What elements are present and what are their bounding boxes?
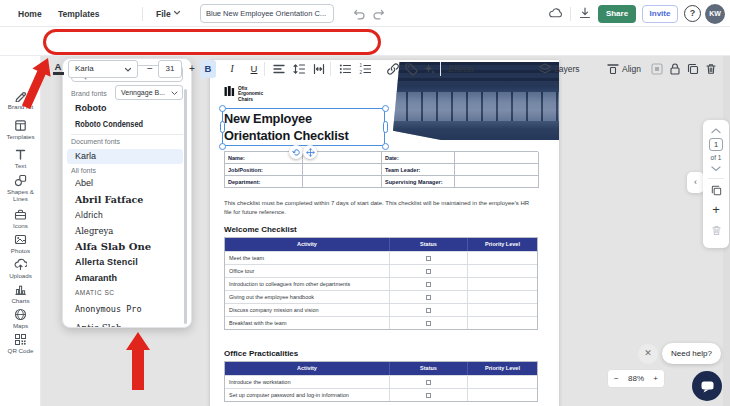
- table-row[interactable]: Office tour: [225, 264, 537, 277]
- duplicate-icon[interactable]: [686, 62, 700, 76]
- status-checkbox[interactable]: [426, 321, 431, 326]
- layers-button[interactable]: Layers: [554, 64, 580, 74]
- font-option-alfa-slab-one[interactable]: Alfa Slab One: [75, 241, 151, 252]
- employee-info-table[interactable]: Name: Date: Job/Position: Team Leader: D…: [224, 151, 538, 188]
- status-checkbox[interactable]: [426, 295, 431, 300]
- need-help-button[interactable]: Need help?: [662, 343, 721, 364]
- document-page[interactable]: Ofix Ergonomic Chairs New Employee Orien…: [210, 60, 559, 406]
- selection-handle-bottom-left[interactable]: [219, 143, 226, 150]
- info-value[interactable]: [455, 176, 539, 188]
- sidebar-item-uploads[interactable]: Uploads: [0, 258, 41, 280]
- undo-icon[interactable]: [352, 7, 366, 21]
- text-color-button[interactable]: A: [52, 61, 64, 75]
- italic-button[interactable]: I: [224, 60, 240, 78]
- font-option-antic-slab[interactable]: Antic Slab: [75, 323, 122, 328]
- font-size-increase[interactable]: +: [186, 60, 198, 78]
- text-align-icon[interactable]: [272, 62, 286, 76]
- font-size-decrease[interactable]: −: [144, 60, 156, 78]
- link-icon[interactable]: [386, 62, 400, 76]
- line-spacing-icon[interactable]: [292, 62, 306, 76]
- rotate-handle[interactable]: [289, 145, 303, 159]
- lock-icon[interactable]: [668, 62, 682, 76]
- status-checkbox[interactable]: [426, 269, 431, 274]
- info-label[interactable]: Job/Position:: [225, 164, 303, 176]
- sidebar-item-maps[interactable]: Maps: [0, 308, 41, 330]
- priority-cell[interactable]: [468, 252, 537, 264]
- practicalities-table[interactable]: Activity Status Priority Level Introduce…: [224, 361, 538, 402]
- font-option-allerta-stencil[interactable]: Allerta Stencil: [75, 257, 138, 267]
- move-handle[interactable]: [303, 145, 317, 159]
- table-row[interactable]: Giving out the employee handbook: [225, 290, 537, 303]
- intro-paragraph[interactable]: This checklist must be completed within …: [224, 199, 534, 216]
- font-option-roboto-condensed[interactable]: Roboto Condensed: [75, 119, 143, 129]
- redo-icon[interactable]: [372, 7, 386, 21]
- priority-cell[interactable]: [468, 317, 537, 329]
- cloud-sync-icon[interactable]: [548, 6, 562, 20]
- font-option-abril-fatface[interactable]: Abril Fatface: [75, 194, 143, 205]
- nav-home[interactable]: Home: [18, 9, 42, 19]
- sidebar-item-qr-code[interactable]: QR Code: [0, 333, 41, 355]
- position-icon[interactable]: [650, 62, 664, 76]
- font-option-karla-selected[interactable]: Karla: [67, 149, 183, 164]
- font-option-amaranth[interactable]: Amaranth: [75, 273, 117, 283]
- sidebar-item-shapes-lines[interactable]: Shapes & Lines: [0, 174, 41, 203]
- add-page-button[interactable]: +: [703, 202, 729, 217]
- font-option-amatic-sc[interactable]: AMATIC SC: [75, 289, 114, 296]
- chat-support-button[interactable]: [692, 371, 722, 401]
- table-row[interactable]: Introduce the workstation: [225, 375, 537, 388]
- priority-cell[interactable]: [468, 304, 537, 316]
- priority-cell[interactable]: [468, 278, 537, 290]
- sidebar-item-photos[interactable]: Photos: [0, 233, 41, 255]
- dismiss-help-button[interactable]: ✕: [638, 344, 658, 364]
- section-heading-welcome[interactable]: Welcome Checklist: [224, 225, 297, 234]
- letter-spacing-icon[interactable]: [312, 62, 326, 76]
- document-title[interactable]: New Employee Orientation Checklist: [224, 111, 349, 144]
- duplicate-page-icon[interactable]: [710, 184, 723, 197]
- current-page-box[interactable]: 1: [709, 138, 723, 151]
- help-button[interactable]: ?: [684, 5, 701, 22]
- status-checkbox[interactable]: [426, 282, 431, 287]
- info-value[interactable]: [455, 164, 539, 176]
- status-checkbox[interactable]: [426, 393, 431, 398]
- company-logo[interactable]: Ofix Ergonomic Chairs: [224, 86, 263, 102]
- welcome-checklist-table[interactable]: Activity Status Priority Level Meet the …: [224, 237, 538, 330]
- nav-templates[interactable]: Templates: [58, 9, 99, 19]
- numbered-list-icon[interactable]: 1 2: [358, 62, 372, 76]
- info-label[interactable]: Date:: [382, 152, 455, 164]
- brand-fonts-dropdown[interactable]: Venngage B...: [115, 85, 183, 100]
- sidebar-item-brand-kit[interactable]: Brand Kit: [0, 89, 41, 111]
- selection-handle-top-right[interactable]: [382, 105, 389, 112]
- font-option-roboto[interactable]: Roboto: [75, 103, 107, 113]
- selection-handle-top-left[interactable]: [219, 105, 226, 112]
- sidebar-item-text[interactable]: Text: [0, 148, 41, 170]
- priority-cell[interactable]: [468, 376, 537, 388]
- delete-page-icon[interactable]: [710, 224, 723, 237]
- zoom-in-button[interactable]: +: [653, 374, 658, 383]
- table-row[interactable]: Introduction to colleagues from other de…: [225, 277, 537, 290]
- bold-button[interactable]: B: [200, 60, 216, 78]
- table-row[interactable]: Discuss company mission and vision: [225, 303, 537, 316]
- align-icon[interactable]: [606, 62, 620, 76]
- font-option-aldrich[interactable]: Aldrich: [75, 210, 103, 220]
- font-option-alegreya[interactable]: Alegreya: [75, 226, 113, 236]
- sidebar-item-charts[interactable]: Charts: [0, 283, 41, 305]
- priority-cell[interactable]: [468, 265, 537, 277]
- effects-button[interactable]: Effects: [448, 64, 474, 74]
- info-label[interactable]: Supervising Manager:: [382, 176, 455, 188]
- table-row[interactable]: Meet the team: [225, 251, 537, 264]
- collapse-panel-button[interactable]: ‹: [687, 172, 704, 193]
- download-icon[interactable]: [578, 6, 592, 20]
- file-menu[interactable]: File: [156, 9, 181, 19]
- priority-cell[interactable]: [468, 389, 537, 401]
- sidebar-item-icons[interactable]: Icons: [0, 208, 41, 230]
- font-panel-scrollbar[interactable]: [184, 89, 187, 324]
- avatar[interactable]: KW: [705, 4, 725, 24]
- selection-handle-left[interactable]: [220, 121, 225, 133]
- info-value[interactable]: [303, 176, 382, 188]
- page-up-icon[interactable]: [711, 128, 721, 134]
- priority-cell[interactable]: [468, 291, 537, 303]
- info-value[interactable]: [303, 164, 382, 176]
- align-button[interactable]: Align: [622, 64, 641, 74]
- bullet-list-icon[interactable]: [338, 62, 352, 76]
- sidebar-item-templates[interactable]: Templates: [0, 119, 41, 141]
